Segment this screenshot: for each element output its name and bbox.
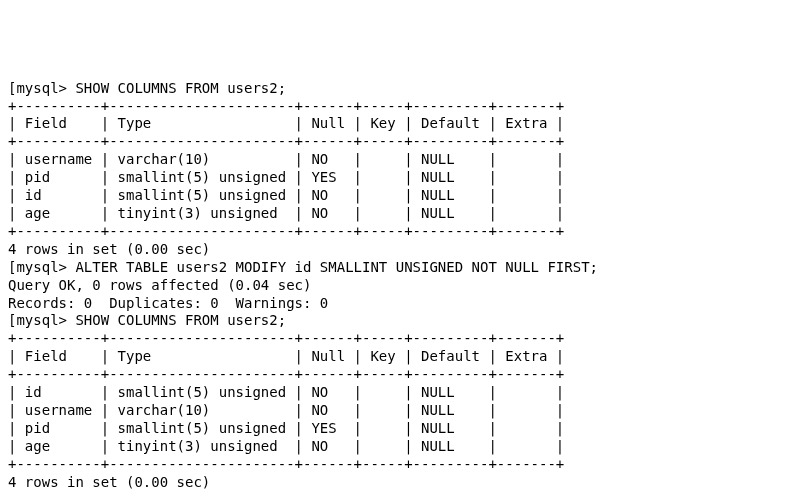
table1-row: | age | tinyint(3) unsigned | NO | | NUL… [8,205,798,223]
table2-row: | username | varchar(10) | NO | | NULL |… [8,402,798,420]
table2-header: | Field | Type | Null | Key | Default | … [8,348,798,366]
table1-sep: +----------+----------------------+-----… [8,98,798,116]
prompt-line-1[interactable]: [mysql> SHOW COLUMNS FROM users2; [8,80,798,98]
table2-row: | age | tinyint(3) unsigned | NO | | NUL… [8,438,798,456]
table2-row: | pid | smallint(5) unsigned | YES | | N… [8,420,798,438]
table1-header: | Field | Type | Null | Key | Default | … [8,115,798,133]
table2-footer: 4 rows in set (0.00 sec) [8,474,798,492]
cmd2-result: Records: 0 Duplicates: 0 Warnings: 0 [8,295,798,313]
table1-footer: 4 rows in set (0.00 sec) [8,241,798,259]
table1-row: | pid | smallint(5) unsigned | YES | | N… [8,169,798,187]
cmd2-result: Query OK, 0 rows affected (0.04 sec) [8,277,798,295]
table1-sep: +----------+----------------------+-----… [8,133,798,151]
table2-sep: +----------+----------------------+-----… [8,456,798,474]
table1-sep: +----------+----------------------+-----… [8,223,798,241]
prompt-line-3[interactable]: [mysql> SHOW COLUMNS FROM users2; [8,312,798,330]
table1-row: | id | smallint(5) unsigned | NO | | NUL… [8,187,798,205]
mysql-terminal[interactable]: [mysql> SHOW COLUMNS FROM users2;+------… [8,80,798,492]
prompt-line-2[interactable]: [mysql> ALTER TABLE users2 MODIFY id SMA… [8,259,798,277]
table2-sep: +----------+----------------------+-----… [8,366,798,384]
table2-sep: +----------+----------------------+-----… [8,330,798,348]
table2-row: | id | smallint(5) unsigned | NO | | NUL… [8,384,798,402]
table1-row: | username | varchar(10) | NO | | NULL |… [8,151,798,169]
